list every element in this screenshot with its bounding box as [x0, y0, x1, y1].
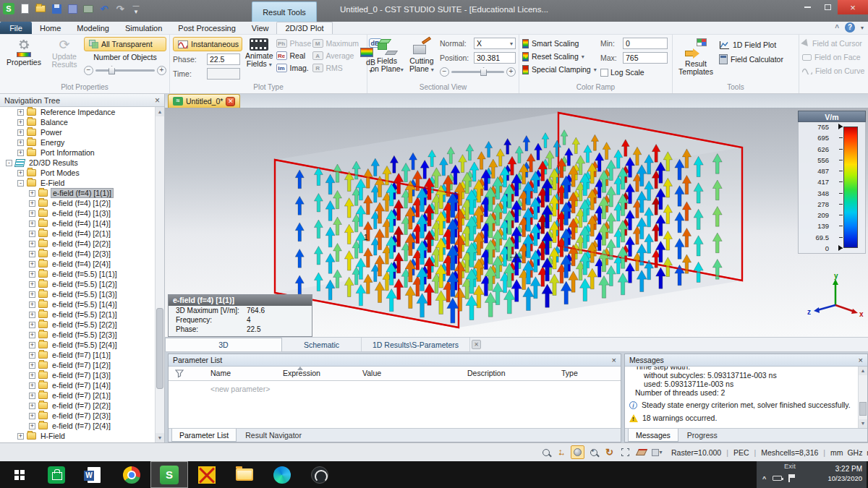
- tree-item[interactable]: +Reference Impedance: [0, 107, 155, 117]
- expand-icon[interactable]: +: [29, 241, 35, 247]
- expand-icon[interactable]: +: [17, 150, 24, 156]
- battery-icon[interactable]: [773, 476, 782, 481]
- expand-icon[interactable]: +: [17, 119, 24, 126]
- 3d-view[interactable]: 1 V/m 76569562655648741734827820913969.5…: [165, 108, 868, 337]
- collapse-ribbon-icon[interactable]: ^: [835, 24, 839, 32]
- position-slider-thumb[interactable]: [480, 67, 487, 76]
- reset-scaling-button[interactable]: Reset Scaling ▾: [522, 51, 597, 62]
- scroll-up-icon[interactable]: ▲: [859, 367, 867, 375]
- tree-scrollbar[interactable]: ▲ ▼: [155, 107, 164, 442]
- tree-item[interactable]: +e-field (f=7) [1(2)]: [0, 360, 155, 370]
- taskbar-app-edge-icon[interactable]: [263, 461, 301, 488]
- view-tab-schematic[interactable]: Schematic: [282, 338, 362, 351]
- expand-icon[interactable]: +: [29, 393, 35, 399]
- zoom-in-icon[interactable]: [587, 445, 600, 459]
- tree-item[interactable]: +e-field (f=7) [2(1)]: [0, 390, 155, 401]
- column-header-expression[interactable]: Expression: [283, 369, 320, 377]
- expand-icon[interactable]: +: [29, 261, 35, 267]
- decrease-objects-icon[interactable]: −: [84, 66, 93, 75]
- animate-fields-button[interactable]: AnimateFields ▾: [245, 37, 273, 69]
- scroll-thumb[interactable]: [859, 402, 867, 416]
- special-clamping-button[interactable]: Special Clamping ▾: [522, 64, 597, 75]
- expand-icon[interactable]: +: [29, 332, 35, 338]
- expand-icon[interactable]: +: [29, 342, 35, 348]
- copy-icon[interactable]: [67, 3, 78, 14]
- taskbar-app-cst-icon[interactable]: S: [150, 461, 188, 488]
- status-item[interactable]: PEC: [733, 448, 749, 457]
- 1d-field-plot-button[interactable]: 1D Field Plot: [719, 39, 796, 51]
- file-menu-button[interactable]: File: [0, 22, 32, 34]
- menu-tab-2d-3d-plot[interactable]: 2D/3D Plot: [276, 22, 332, 34]
- type-imag-button[interactable]: ImImag.: [276, 62, 310, 74]
- tree-item[interactable]: +e-field (f=5.5) [2(4)]: [0, 340, 155, 350]
- tray-expand-icon[interactable]: ^: [762, 475, 766, 482]
- taskbar-app-windows-icon[interactable]: [0, 461, 38, 488]
- status-item[interactable]: mm GHz ns K: [830, 448, 868, 457]
- close-button[interactable]: ×: [838, 0, 868, 14]
- navigation-tree-close-icon[interactable]: ×: [155, 95, 160, 106]
- panel-tab-progress[interactable]: Progress: [680, 429, 725, 442]
- result-tools-context-tab[interactable]: Result Tools: [252, 1, 317, 22]
- action-center-icon[interactable]: [788, 474, 795, 482]
- restore-button[interactable]: [817, 0, 838, 14]
- cst-logo-icon[interactable]: S: [3, 3, 14, 14]
- view-tab-1d-results-s-parameters[interactable]: 1D Results\S-Parameters: [362, 338, 470, 351]
- status-item[interactable]: Raster=10.000: [671, 448, 721, 457]
- pan-icon[interactable]: ↔↔: [555, 445, 569, 459]
- phase-input[interactable]: [207, 53, 240, 65]
- tree-item[interactable]: -2D/3D Results: [0, 158, 155, 168]
- decrease-position-icon[interactable]: −: [440, 67, 449, 77]
- tree-item[interactable]: +e-field (f=4) [2(3)]: [0, 249, 155, 259]
- expand-icon[interactable]: +: [29, 210, 35, 217]
- undo-icon[interactable]: ↶: [98, 3, 110, 14]
- increase-position-icon[interactable]: +: [506, 67, 516, 77]
- tree-item[interactable]: +Port Information: [0, 147, 155, 158]
- column-header-name[interactable]: Name: [210, 369, 231, 377]
- field-calculator-button[interactable]: Field Calculator: [719, 53, 796, 65]
- expand-icon[interactable]: +: [29, 372, 35, 379]
- minimize-button[interactable]: [797, 0, 817, 14]
- collapse-icon[interactable]: -: [6, 160, 12, 166]
- tree-item[interactable]: +e-field (f=4) [2(1)]: [0, 228, 155, 239]
- column-header-description[interactable]: Description: [467, 369, 506, 377]
- tree-item[interactable]: +e-field (f=7) [1(4)]: [0, 380, 155, 390]
- cutting-plane-dropdown-icon[interactable]: ▾: [431, 67, 434, 73]
- smart-scaling-button[interactable]: Smart Scaling: [522, 38, 597, 49]
- panel-tab-messages[interactable]: Messages: [628, 429, 678, 442]
- view-tab-close-icon[interactable]: ✕: [472, 340, 481, 349]
- help-dropdown-icon[interactable]: ▾: [861, 25, 864, 31]
- tree-item[interactable]: +e-field (f=4) [1(3)]: [0, 208, 155, 218]
- new-file-icon[interactable]: [19, 3, 30, 14]
- legend-range-marker-icon[interactable]: [838, 124, 843, 129]
- tree-item[interactable]: +e-field (f=4) [2(2)]: [0, 239, 155, 249]
- instantaneous-button[interactable]: Instantaneous: [173, 37, 242, 51]
- position-slider[interactable]: − +: [440, 66, 516, 78]
- tree-item[interactable]: +e-field (f=7) [1(1)]: [0, 350, 155, 360]
- properties-button[interactable]: Properties: [3, 37, 45, 67]
- expand-icon[interactable]: +: [29, 251, 35, 257]
- zoom-window-icon[interactable]: [539, 445, 553, 459]
- taskbar-app-word-icon[interactable]: [75, 461, 113, 488]
- fit-view-icon[interactable]: [618, 445, 632, 459]
- column-header-type[interactable]: Type: [561, 369, 578, 377]
- tree-item[interactable]: +e-field (f=4) [2(4)]: [0, 259, 155, 269]
- status-item[interactable]: Meshcells=8,316: [761, 448, 818, 457]
- orbit-icon[interactable]: [571, 445, 584, 459]
- taskbar-app-chrome-icon[interactable]: [113, 461, 150, 488]
- reset-view-icon[interactable]: ↻: [603, 445, 616, 459]
- expand-icon[interactable]: +: [29, 221, 35, 227]
- expand-icon[interactable]: +: [17, 433, 24, 440]
- tree-item[interactable]: +e-field (f=7) [2(2)]: [0, 401, 155, 411]
- expand-icon[interactable]: +: [29, 362, 35, 369]
- tree-item[interactable]: +e-field (f=7) [2(4)]: [0, 421, 155, 431]
- expand-icon[interactable]: +: [17, 129, 24, 136]
- expand-icon[interactable]: +: [29, 271, 35, 278]
- expand-icon[interactable]: +: [29, 322, 35, 328]
- parameter-list-close-icon[interactable]: ×: [612, 356, 616, 364]
- menu-tab-view[interactable]: View: [244, 22, 277, 34]
- quick-access-more-icon[interactable]: —▾: [130, 3, 142, 14]
- log-scale-checkbox[interactable]: [600, 69, 608, 77]
- expand-icon[interactable]: +: [29, 382, 35, 389]
- view-tab-3d[interactable]: 3D: [165, 338, 282, 351]
- tree-item[interactable]: +Energy: [0, 137, 155, 147]
